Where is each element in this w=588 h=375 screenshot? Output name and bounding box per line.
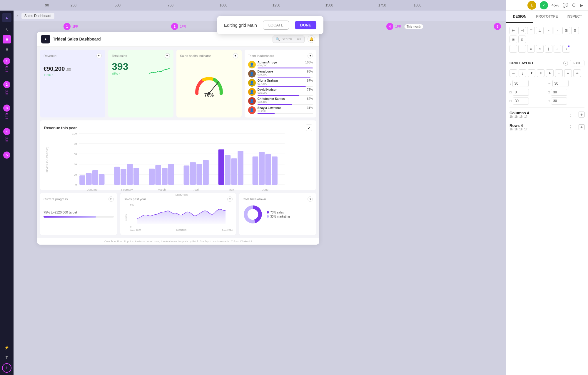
- align-bot-icon[interactable]: ⬇: [546, 69, 554, 77]
- col-5-header[interactable]: 5: [494, 23, 503, 30]
- align-distribute-v[interactable]: ⊟: [571, 27, 579, 34]
- dist-icon-5[interactable]: ∥: [545, 45, 552, 53]
- tab-prototype[interactable]: PROTOTYPE: [533, 11, 561, 23]
- progress-dropdown[interactable]: ▾: [108, 196, 114, 202]
- rows-drag-handle[interactable]: ⋮⋮: [568, 125, 577, 130]
- padding-bottom-input[interactable]: [513, 97, 529, 105]
- align-full[interactable]: ⊠: [510, 36, 517, 43]
- dashboard-footer: Colophon: Font: Poppins. Avatars created…: [37, 238, 319, 245]
- search-shortcut: ⌘K: [296, 38, 301, 41]
- total-sales-dropdown[interactable]: ▾: [165, 53, 170, 58]
- done-button[interactable]: DONE: [295, 21, 317, 29]
- editing-modal: Editing grid Main LOCATE DONE: [217, 16, 323, 34]
- history-icon[interactable]: ⏱: [572, 3, 576, 8]
- rows-add-button[interactable]: +: [579, 124, 584, 130]
- sales-y-label: UNITS: [125, 214, 127, 221]
- svg-rect-22: [149, 169, 155, 185]
- ruler-mark: 1750: [356, 3, 409, 7]
- tab-design[interactable]: DESIGN: [506, 11, 533, 23]
- row-4-handle[interactable]: 4 1FR: [3, 128, 10, 143]
- check-button[interactable]: ✓: [540, 1, 548, 9]
- revenue-change: +15% ↑: [44, 73, 102, 77]
- left-sidebar: ▲ ↖ ⊞ ⊟ 1 1FR 2 1FR 3 1FR 4: [0, 11, 14, 375]
- align-right-icon[interactable]: ⊤: [527, 27, 535, 34]
- row-gap-input[interactable]: [512, 80, 529, 87]
- columns-add-button[interactable]: +: [579, 112, 584, 117]
- svg-rect-36: [265, 154, 271, 185]
- padding-bottom-icon: □: [510, 99, 512, 103]
- tab-inspect[interactable]: INSPECT: [561, 11, 588, 23]
- align-distribute-h[interactable]: ⊞: [562, 27, 570, 34]
- columns-drag-handle[interactable]: ⋮⋮: [568, 112, 577, 117]
- sidebar-icon-cursor[interactable]: ↖: [3, 25, 11, 33]
- health-dropdown[interactable]: ▾: [233, 53, 238, 58]
- align-bottom-icon[interactable]: ⊧: [554, 27, 561, 34]
- dist-icon-4[interactable]: ≈: [536, 45, 544, 53]
- cost-breakdown-dropdown[interactable]: ▾: [308, 196, 313, 202]
- svg-rect-25: [168, 164, 174, 185]
- chart-expand-button[interactable]: ⤢: [306, 125, 312, 131]
- align-right-2-icon[interactable]: ⇒: [573, 69, 581, 77]
- dist-icon-7[interactable]: ○: [562, 45, 570, 53]
- align-top-2-icon[interactable]: ⬆: [528, 69, 535, 77]
- row-2-handle[interactable]: 2 1FR: [3, 81, 10, 96]
- dir-right-icon[interactable]: →: [510, 69, 517, 77]
- align-left-2-icon[interactable]: ←: [555, 69, 563, 77]
- grid-help-icon[interactable]: ?: [563, 61, 568, 65]
- col-gap-input[interactable]: [552, 80, 569, 87]
- row-1-handle[interactable]: 1 1FR: [3, 58, 10, 72]
- svg-rect-35: [259, 152, 265, 185]
- align-mid-icon[interactable]: ⇕: [537, 69, 544, 77]
- chat-icon[interactable]: 💬: [563, 3, 568, 8]
- align-left-icon[interactable]: ⊢: [510, 27, 517, 34]
- dir-down-icon[interactable]: ↓: [519, 69, 526, 77]
- padding-left-input[interactable]: [551, 97, 567, 105]
- sidebar-icon-table[interactable]: ⊟: [3, 45, 11, 53]
- sales-past-year-dropdown[interactable]: ▾: [227, 196, 233, 202]
- play-icon[interactable]: ▶: [580, 3, 583, 8]
- sidebar-icon-frame[interactable]: ⊞: [3, 35, 11, 43]
- svg-rect-33: [238, 151, 243, 185]
- svg-rect-16: [92, 170, 98, 185]
- right-panel: DESIGN PROTOTYPE INSPECT ⊢ ⊣ ⊤ ⊥ ⊦ ⊧ ⊞ ⊟…: [506, 11, 588, 375]
- dist-icon-1[interactable]: ⋮: [510, 45, 517, 53]
- grid-exit-button[interactable]: EXIT: [570, 60, 584, 66]
- sidebar-icon-plugin[interactable]: ⚡: [3, 343, 11, 352]
- row-5-handle[interactable]: 5: [3, 152, 10, 159]
- notification-bell[interactable]: 🔔: [308, 35, 315, 43]
- align-icon[interactable]: ⊡: [518, 36, 526, 43]
- padding-right-input[interactable]: [551, 89, 567, 96]
- revenue-dropdown[interactable]: ▾: [96, 53, 102, 58]
- sales-x-start: June 2023: [130, 229, 141, 231]
- svg-text:MONTHS: MONTHS: [176, 193, 188, 196]
- dist-icon-6[interactable]: ⊿: [554, 45, 561, 53]
- canvas-back-icon[interactable]: ‹: [16, 14, 18, 18]
- padding-top-input[interactable]: [513, 89, 529, 96]
- col-4-header[interactable]: 4 1FR This month: [386, 23, 494, 30]
- align-top-icon[interactable]: ⊥: [536, 27, 544, 34]
- leaderboard-title: Team leaderboard: [248, 54, 274, 58]
- sales-x-label: MONTHS: [176, 229, 187, 231]
- svg-rect-24: [162, 168, 168, 185]
- sidebar-add-button[interactable]: +: [2, 363, 11, 373]
- svg-text:80: 80: [74, 142, 77, 145]
- health-percent: 70%: [204, 93, 214, 98]
- search-bar[interactable]: 🔍 Search... ⌘K: [273, 36, 305, 43]
- leaderboard-dropdown[interactable]: ▾: [308, 53, 313, 58]
- row-3-handle[interactable]: 3 1FR: [3, 105, 10, 119]
- cost-sales-label: 70% sales: [267, 211, 290, 214]
- page-tab-sales[interactable]: Sales Dashboard: [21, 13, 54, 19]
- svg-rect-31: [225, 155, 231, 185]
- locate-button[interactable]: LOCATE: [263, 21, 289, 30]
- svg-rect-23: [155, 165, 161, 185]
- dist-icon-2[interactable]: ⋯: [518, 45, 526, 53]
- sidebar-icon-text[interactable]: T: [3, 353, 11, 361]
- col-1-header[interactable]: 1 1FR: [64, 23, 171, 30]
- rows-sub: 1fr, 1fr, 1fr, 1fr: [510, 128, 528, 131]
- align-center-v-icon[interactable]: ⊦: [545, 27, 552, 34]
- dist-icon-3[interactable]: ≡: [527, 45, 535, 53]
- total-sales-number: 393: [112, 61, 128, 72]
- align-str-icon[interactable]: ⇔: [564, 69, 572, 77]
- align-center-h-icon[interactable]: ⊣: [518, 27, 526, 34]
- svg-rect-32: [231, 158, 237, 185]
